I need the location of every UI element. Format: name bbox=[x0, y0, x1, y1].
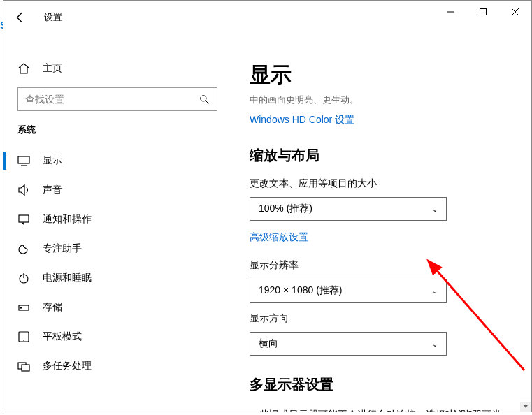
search-field[interactable] bbox=[25, 94, 199, 105]
sidebar-item-multitask[interactable]: 多任务处理 bbox=[3, 351, 231, 381]
svg-rect-1 bbox=[480, 9, 487, 15]
sidebar: 主页 系统 显示 声音 通知和操作 bbox=[3, 23, 231, 412]
cutoff-text: 中的画面更明亮、更生动。 bbox=[250, 94, 506, 106]
resolution-dropdown[interactable]: 1920 × 1080 (推荐) ⌄ bbox=[250, 279, 447, 303]
sidebar-item-power[interactable]: 电源和睡眠 bbox=[3, 263, 231, 293]
home-label: 主页 bbox=[43, 62, 62, 75]
svg-point-12 bbox=[20, 307, 21, 308]
advanced-scale-link[interactable]: 高级缩放设置 bbox=[250, 231, 308, 244]
scale-heading: 缩放与布局 bbox=[250, 146, 506, 165]
svg-rect-8 bbox=[19, 215, 29, 222]
svg-rect-6 bbox=[18, 156, 29, 163]
nav-label: 显示 bbox=[43, 154, 62, 167]
sidebar-item-tablet[interactable]: 平板模式 bbox=[3, 322, 231, 351]
focus-icon bbox=[17, 242, 30, 255]
home-link[interactable]: 主页 bbox=[3, 57, 231, 83]
close-icon bbox=[512, 8, 519, 15]
orientation-value: 横向 bbox=[259, 337, 278, 350]
minimize-button[interactable] bbox=[435, 1, 467, 23]
svg-rect-16 bbox=[22, 365, 29, 371]
arrow-left-icon bbox=[14, 11, 27, 24]
resolution-label: 显示分辨率 bbox=[250, 259, 506, 272]
nav-label: 多任务处理 bbox=[43, 360, 92, 372]
sidebar-item-storage[interactable]: 存储 bbox=[3, 293, 231, 322]
search-input[interactable] bbox=[17, 87, 217, 111]
window-title: 设置 bbox=[44, 11, 62, 24]
section-label: 系统 bbox=[3, 124, 231, 146]
svg-line-5 bbox=[206, 101, 208, 103]
chevron-down-icon bbox=[523, 404, 529, 409]
nav-label: 专注助手 bbox=[43, 242, 82, 255]
orientation-dropdown[interactable]: 横向 ⌄ bbox=[250, 332, 447, 356]
close-button[interactable] bbox=[499, 1, 531, 23]
maximize-icon bbox=[480, 8, 487, 15]
multi-heading: 多显示器设置 bbox=[250, 375, 506, 394]
nav-label: 声音 bbox=[43, 184, 62, 196]
page-title: 显示 bbox=[250, 61, 506, 89]
nav-label: 通知和操作 bbox=[43, 213, 92, 226]
settings-window: 设置 主页 系统 bbox=[3, 0, 532, 412]
chevron-down-icon: ⌄ bbox=[432, 287, 438, 295]
notifications-icon bbox=[17, 213, 30, 226]
minimize-icon bbox=[447, 8, 454, 15]
sidebar-item-notifications[interactable]: 通知和操作 bbox=[3, 205, 231, 234]
sidebar-item-sound[interactable]: 声音 bbox=[3, 175, 231, 205]
titlebar: 设置 bbox=[3, 1, 531, 23]
scale-value: 100% (推荐) bbox=[259, 203, 312, 215]
scale-dropdown[interactable]: 100% (推荐) ⌄ bbox=[250, 197, 447, 221]
content-area: 显示 中的画面更明亮、更生动。 Windows HD Color 设置 缩放与布… bbox=[231, 23, 531, 412]
multi-desc: 一些旧式显示器可能不会进行自动连接，选择"检测"即可尝试手动连接。 bbox=[250, 407, 506, 412]
search-icon bbox=[199, 94, 210, 105]
resolution-value: 1920 × 1080 (推荐) bbox=[259, 284, 342, 297]
scrollbar-down[interactable] bbox=[520, 402, 531, 412]
hdcolor-link[interactable]: Windows HD Color 设置 bbox=[250, 114, 354, 126]
home-icon bbox=[17, 62, 30, 75]
svg-point-4 bbox=[201, 95, 206, 101]
storage-icon bbox=[17, 301, 30, 314]
sidebar-item-focus[interactable]: 专注助手 bbox=[3, 234, 231, 263]
multitask-icon bbox=[17, 360, 30, 372]
sidebar-item-display[interactable]: 显示 bbox=[3, 146, 231, 175]
scale-label: 更改文本、应用等项目的大小 bbox=[250, 177, 506, 190]
chevron-down-icon: ⌄ bbox=[432, 340, 438, 348]
display-icon bbox=[17, 154, 30, 167]
power-icon bbox=[17, 272, 30, 284]
nav-label: 电源和睡眠 bbox=[43, 272, 92, 284]
nav-label: 存储 bbox=[43, 301, 62, 314]
tablet-icon bbox=[17, 330, 30, 343]
sound-icon bbox=[17, 184, 30, 196]
orientation-label: 显示方向 bbox=[250, 312, 506, 325]
nav-label: 平板模式 bbox=[43, 330, 82, 343]
maximize-button[interactable] bbox=[467, 1, 499, 23]
nav-list: 显示 声音 通知和操作 专注助手 电源和睡眠 bbox=[3, 146, 231, 412]
chevron-down-icon: ⌄ bbox=[432, 205, 438, 213]
back-button[interactable] bbox=[13, 10, 27, 24]
